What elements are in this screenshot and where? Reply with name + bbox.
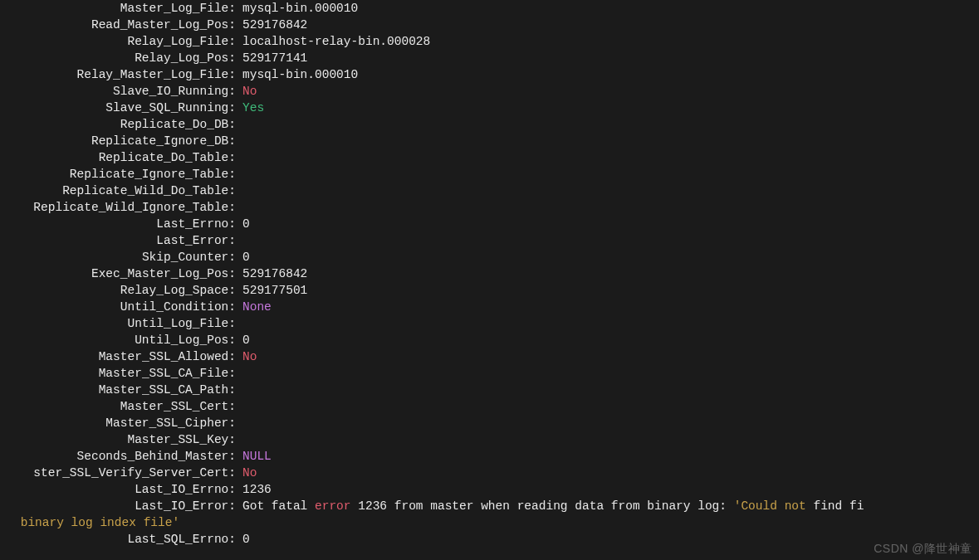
status-row: Replicate_Do_DB:	[0, 116, 979, 133]
status-row: Replicate_Wild_Ignore_Table:	[0, 199, 979, 216]
status-row: Replicate_Wild_Do_Table:	[0, 183, 979, 199]
field-label: Last_Errno:	[0, 216, 236, 232]
status-row: Master_SSL_Allowed:No	[0, 348, 979, 365]
status-row: Seconds_Behind_Master:NULL	[0, 448, 979, 465]
status-row: Slave_SQL_Running:Yes	[0, 100, 979, 116]
status-row: Master_Log_File:mysql-bin.000010	[0, 0, 979, 17]
watermark: CSDN @降世神童	[874, 542, 972, 557]
field-label: Master_Log_File:	[0, 0, 236, 17]
field-label: Master_SSL_CA_Path:	[0, 382, 236, 398]
field-value: 0	[236, 249, 250, 265]
field-label: Last_IO_Error:	[0, 498, 236, 514]
field-value: 0	[236, 216, 250, 232]
field-value: 529177501	[236, 282, 307, 299]
status-row: Last_Errno:0	[0, 216, 979, 232]
field-label: Last_Error:	[0, 232, 236, 249]
status-row: Until_Log_File:	[0, 315, 979, 332]
field-value: 0	[236, 332, 250, 348]
field-value	[236, 232, 242, 249]
field-label: Relay_Master_Log_File:	[0, 66, 236, 83]
field-value	[236, 166, 242, 183]
status-row: Relay_Log_File:localhost-relay-bin.00002…	[0, 33, 979, 50]
field-value: None	[236, 299, 272, 315]
field-value: localhost-relay-bin.000028	[236, 33, 430, 50]
status-row: Relay_Master_Log_File:mysql-bin.000010	[0, 66, 979, 83]
field-value: 529177141	[236, 50, 307, 66]
field-value	[236, 415, 242, 431]
field-value: 529176842	[236, 17, 307, 33]
field-value	[236, 382, 242, 398]
field-value: No	[236, 348, 257, 365]
field-label: Until_Log_Pos:	[0, 332, 236, 348]
field-label: Slave_IO_Running:	[0, 83, 236, 100]
field-value: Got fatal error 1236 from master when re…	[236, 498, 864, 514]
field-value: No	[236, 83, 257, 100]
field-value: 1236	[236, 481, 272, 498]
field-value: mysql-bin.000010	[236, 66, 358, 83]
status-row: Until_Log_Pos:0	[0, 332, 979, 348]
status-row: Until_Condition:None	[0, 299, 979, 315]
status-row: Replicate_Ignore_Table:	[0, 166, 979, 183]
field-value	[236, 431, 242, 448]
status-row-wrap: binary log index file'	[0, 514, 979, 531]
field-value	[236, 133, 242, 149]
status-row: Read_Master_Log_Pos:529176842	[0, 17, 979, 33]
status-row: Last_IO_Errno:1236	[0, 481, 979, 498]
field-label: Master_SSL_Cert:	[0, 398, 236, 415]
field-label: Master_SSL_Allowed:	[0, 348, 236, 365]
field-label: Replicate_Do_DB:	[0, 116, 236, 133]
status-row: Replicate_Ignore_DB:	[0, 133, 979, 149]
field-label: Last_IO_Errno:	[0, 481, 236, 498]
field-label: Master_SSL_CA_File:	[0, 365, 236, 382]
field-value: 529176842	[236, 265, 307, 282]
status-row: Last_Error:	[0, 232, 979, 249]
field-label: Slave_SQL_Running:	[0, 100, 236, 116]
field-value	[236, 199, 242, 216]
field-label: Seconds_Behind_Master:	[0, 448, 236, 465]
field-label: Relay_Log_Pos:	[0, 50, 236, 66]
field-value	[236, 365, 242, 382]
status-row: Master_SSL_Cipher:	[0, 415, 979, 431]
field-label: Read_Master_Log_Pos:	[0, 17, 236, 33]
status-row: Skip_Counter:0	[0, 249, 979, 265]
field-label: Exec_Master_Log_Pos:	[0, 265, 236, 282]
field-label: Until_Condition:	[0, 299, 236, 315]
field-label: Until_Log_File:	[0, 315, 236, 332]
status-row: Relay_Log_Pos:529177141	[0, 50, 979, 66]
status-row: Master_SSL_CA_Path:	[0, 382, 979, 398]
terminal-output: Master_Log_File:mysql-bin.000010Read_Mas…	[0, 0, 979, 548]
field-value	[236, 315, 242, 332]
field-label: Relay_Log_File:	[0, 33, 236, 50]
field-value	[236, 149, 242, 166]
status-row: Relay_Log_Space:529177501	[0, 282, 979, 299]
status-row: Slave_IO_Running:No	[0, 83, 979, 100]
field-label: Replicate_Wild_Do_Table:	[0, 183, 236, 199]
field-label: Skip_Counter:	[0, 249, 236, 265]
status-row-last-io-error: Last_IO_Error:Got fatal error 1236 from …	[0, 498, 979, 514]
field-label: Replicate_Ignore_Table:	[0, 166, 236, 183]
field-value	[236, 116, 242, 133]
status-row: Master_SSL_Cert:	[0, 398, 979, 415]
field-value	[236, 398, 242, 415]
field-label: ster_SSL_Verify_Server_Cert:	[0, 465, 236, 481]
status-row: Master_SSL_CA_File:	[0, 365, 979, 382]
field-value: NULL	[236, 448, 272, 465]
status-row: Replicate_Do_Table:	[0, 149, 979, 166]
status-row: Exec_Master_Log_Pos:529176842	[0, 265, 979, 282]
status-row: Last_SQL_Errno:0	[0, 531, 979, 548]
field-label: Master_SSL_Key:	[0, 431, 236, 448]
field-value: No	[236, 465, 257, 481]
field-value	[236, 183, 242, 199]
field-value: 0	[236, 531, 250, 548]
field-label: Last_SQL_Errno:	[0, 531, 236, 548]
field-label: Replicate_Wild_Ignore_Table:	[0, 199, 236, 216]
field-label: Relay_Log_Space:	[0, 282, 236, 299]
status-row: Master_SSL_Key:	[0, 431, 979, 448]
field-value: Yes	[236, 100, 264, 116]
field-label: Master_SSL_Cipher:	[0, 415, 236, 431]
field-label: Replicate_Do_Table:	[0, 149, 236, 166]
status-row: ster_SSL_Verify_Server_Cert:No	[0, 465, 979, 481]
field-value: mysql-bin.000010	[236, 0, 358, 17]
field-label: Replicate_Ignore_DB:	[0, 133, 236, 149]
